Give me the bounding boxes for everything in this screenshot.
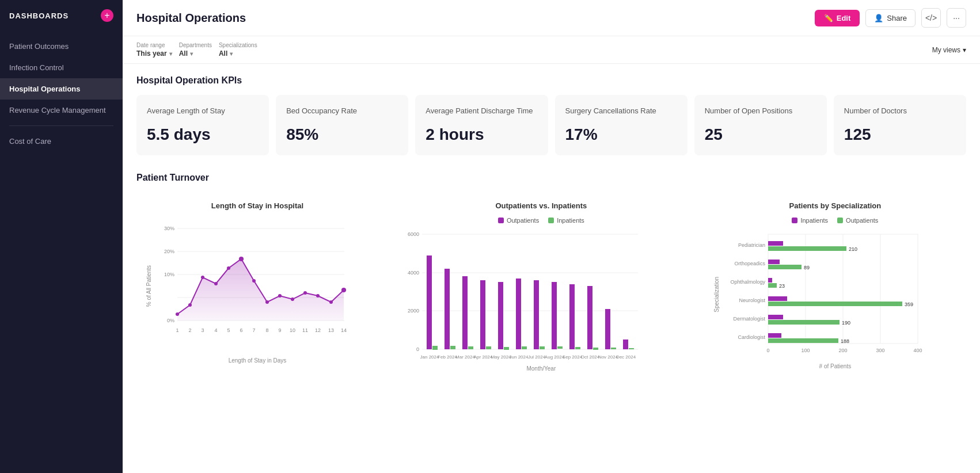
svg-text:89: 89 <box>804 265 810 270</box>
svg-rect-51 <box>468 346 473 349</box>
chart1-title: Length of Stay in Hospital <box>146 201 369 210</box>
departments-filter[interactable]: Departments All <box>179 42 212 58</box>
filters-bar: Date range This year Departments All Spe… <box>123 36 980 64</box>
svg-rect-60 <box>552 282 557 349</box>
svg-point-23 <box>341 288 346 292</box>
chart3-y-label: Specialization <box>713 277 720 312</box>
patient-turnover-title: Patient Turnover <box>136 173 966 183</box>
svg-text:6000: 6000 <box>408 231 419 237</box>
svg-rect-47 <box>432 346 438 350</box>
svg-point-20 <box>303 291 307 295</box>
svg-point-12 <box>201 276 204 279</box>
chart3-title: Patients by Specialization <box>713 201 957 210</box>
svg-rect-96 <box>768 246 846 251</box>
svg-text:Pediatrician: Pediatrician <box>738 242 765 248</box>
svg-rect-111 <box>768 315 783 319</box>
svg-text:9: 9 <box>278 327 281 333</box>
sidebar-item-cost-of-care[interactable]: Cost of Care <box>0 131 123 152</box>
svg-text:100: 100 <box>801 348 810 353</box>
svg-point-14 <box>227 266 230 270</box>
svg-text:20%: 20% <box>164 249 174 254</box>
svg-rect-57 <box>522 346 527 349</box>
kpi-label-5: Number of Doctors <box>844 106 956 116</box>
dashboard-content: Hospital Operation KPIs Average Length o… <box>123 64 980 392</box>
kpi-label-1: Bed Occupancy Rate <box>286 106 398 116</box>
svg-rect-46 <box>427 255 432 349</box>
svg-text:May 2024: May 2024 <box>491 354 511 360</box>
departments-label: Departments <box>179 42 212 48</box>
sidebar-divider <box>9 125 113 126</box>
svg-rect-50 <box>462 276 468 349</box>
svg-text:Jan 2024: Jan 2024 <box>420 354 439 360</box>
svg-rect-68 <box>623 340 628 349</box>
chart3-legend: Inpatients Outpatients <box>713 217 957 224</box>
chart-by-specialization: Patients by Specialization Inpatients Ou… <box>704 192 966 381</box>
legend-outpatients: Outpatients <box>498 217 539 224</box>
more-button[interactable]: ··· <box>947 8 966 28</box>
departments-value: All <box>179 49 212 58</box>
edit-button[interactable]: ✏️ Edit <box>815 10 860 26</box>
svg-rect-67 <box>611 348 616 349</box>
svg-text:Aug 2024: Aug 2024 <box>545 354 565 360</box>
svg-text:14: 14 <box>341 327 347 333</box>
date-range-label: Date range <box>136 42 172 48</box>
charts-row: Length of Stay in Hospital % of All Pati… <box>136 192 966 381</box>
add-dashboard-button[interactable]: + <box>101 9 113 22</box>
chart3-svg: 0 100 200 300 400 Pediatrician <box>722 228 929 361</box>
sidebar-item-revenue-cycle[interactable]: Revenue Cycle Management <box>0 100 123 121</box>
svg-rect-48 <box>445 269 450 349</box>
svg-text:0: 0 <box>766 348 769 353</box>
svg-text:30%: 30% <box>164 226 174 231</box>
svg-rect-65 <box>593 348 598 350</box>
svg-point-19 <box>291 297 294 301</box>
svg-point-22 <box>329 300 333 304</box>
svg-text:300: 300 <box>876 348 884 353</box>
svg-point-21 <box>316 294 320 297</box>
svg-rect-56 <box>516 279 521 349</box>
share-icon: 👤 <box>874 14 883 22</box>
kpi-value-0: 5.5 days <box>147 125 259 144</box>
svg-text:Ophthalmology: Ophthalmology <box>730 279 765 285</box>
svg-text:Sep 2024: Sep 2024 <box>563 354 583 360</box>
kpi-card-3: Surgery Cancellations Rate 17% <box>555 95 687 155</box>
svg-rect-64 <box>587 286 592 349</box>
svg-text:7: 7 <box>252 327 255 333</box>
edit-pencil-icon: ✏️ <box>824 14 833 22</box>
sidebar-header: DASHBOARDS + <box>0 0 123 31</box>
svg-text:4000: 4000 <box>408 270 419 276</box>
sidebar-item-hospital-operations[interactable]: Hospital Operations <box>0 78 123 100</box>
sidebar-item-infection-control[interactable]: Infection Control <box>0 57 123 78</box>
svg-text:23: 23 <box>779 283 785 289</box>
chart2-svg: 6000 4000 2000 0 <box>399 228 641 361</box>
svg-point-13 <box>214 282 218 285</box>
svg-text:2: 2 <box>188 327 191 333</box>
svg-text:10%: 10% <box>164 272 174 277</box>
svg-text:12: 12 <box>315 327 321 333</box>
svg-text:Jun 2024: Jun 2024 <box>510 354 529 360</box>
svg-text:3: 3 <box>201 327 204 333</box>
svg-text:Nov 2024: Nov 2024 <box>598 354 618 360</box>
main-content: Hospital Operations ✏️ Edit 👤 Share </> … <box>123 0 980 473</box>
kpi-section-title: Hospital Operation KPIs <box>136 75 966 86</box>
svg-rect-59 <box>540 346 545 349</box>
date-range-filter[interactable]: Date range This year <box>136 42 172 58</box>
share-button[interactable]: 👤 Share <box>865 9 916 27</box>
chart-outpatients-inpatients: Outpatients vs. Inpatients Outpatients I… <box>390 192 693 381</box>
code-button[interactable]: </> <box>921 8 941 28</box>
svg-rect-58 <box>534 280 539 349</box>
my-views-dropdown[interactable]: My views ▾ <box>932 46 966 54</box>
specializations-filter[interactable]: Specializations All <box>219 42 257 58</box>
kpi-card-0: Average Length of Stay 5.5 days <box>136 95 269 155</box>
svg-rect-69 <box>629 348 634 349</box>
legend3-inpatients: Inpatients <box>792 217 828 224</box>
svg-rect-54 <box>498 282 503 349</box>
svg-text:10: 10 <box>290 327 295 333</box>
svg-text:8: 8 <box>265 327 268 333</box>
svg-text:Feb 2024: Feb 2024 <box>438 354 457 360</box>
kpi-label-2: Average Patient Discharge Time <box>426 106 537 116</box>
svg-text:210: 210 <box>849 246 857 252</box>
svg-rect-115 <box>768 333 781 338</box>
chart2-title: Outpatients vs. Inpatients <box>399 201 683 210</box>
kpi-value-5: 125 <box>844 125 956 144</box>
sidebar-item-patient-outcomes[interactable]: Patient Outcomes <box>0 36 123 57</box>
